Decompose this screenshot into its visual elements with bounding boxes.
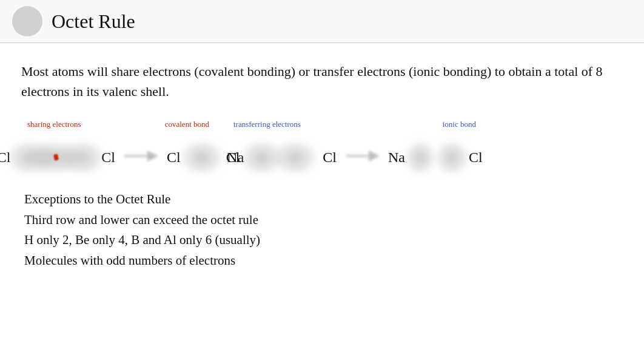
ionic-atom3: Na	[388, 149, 405, 166]
transferring-electrons-label: transferring electrons	[233, 120, 301, 129]
exceptions-section: Exceptions to the Octet Rule Third row a…	[21, 189, 623, 271]
avatar	[12, 6, 42, 36]
page-title: Octet Rule	[52, 10, 135, 33]
ionic-bond-label: ionic bond	[443, 120, 476, 129]
diagrams-section: sharing electrons covalent bond Cl Cl	[21, 120, 623, 177]
ionic-product-visual1	[405, 138, 435, 177]
covalent-product-visual	[181, 138, 226, 177]
ionic-diagram-group: transferring electrons ionic bond Na Cl	[227, 120, 482, 177]
intro-paragraph: Most atoms will share electrons (covalen…	[21, 61, 623, 101]
covalent-bond-visual	[7, 138, 104, 177]
ionic-product-visual2	[435, 138, 469, 177]
ionic-atoms-row: Na Cl	[227, 138, 482, 177]
exception-line2: Third row and lower can exceed the octet…	[24, 210, 623, 231]
covalent-atoms-row: Cl Cl	[0, 138, 240, 177]
covalent-bond-label: covalent bond	[165, 120, 209, 129]
covalent-arrow	[121, 149, 161, 166]
exception-line4: Molecules with odd numbers of electrons	[24, 251, 623, 271]
ionic-atom4: Cl	[469, 149, 483, 166]
exception-line1: Exceptions to the Octet Rule	[24, 189, 623, 210]
covalent-diagram-group: sharing electrons covalent bond Cl Cl	[21, 120, 215, 177]
ionic-arrow	[343, 149, 382, 166]
covalent-atom3: Cl	[167, 149, 181, 166]
exception-line3: H only 2, Be only 4, B and Al only 6 (us…	[24, 230, 623, 251]
sharing-electrons-label: sharing electrons	[27, 120, 81, 129]
page-header: Octet Rule	[0, 0, 644, 43]
main-content: Most atoms will share electrons (covalen…	[0, 43, 644, 283]
ionic-reactant-visual	[241, 138, 326, 177]
